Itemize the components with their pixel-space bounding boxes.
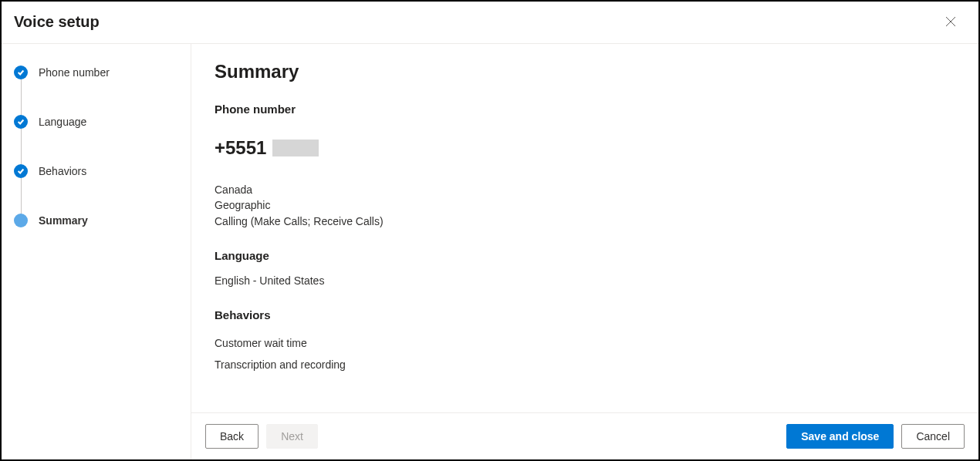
footer-right-buttons: Save and close Cancel [786,424,965,449]
step-label: Language [39,116,86,128]
back-button[interactable]: Back [205,424,259,449]
phone-capabilities: Calling (Make Calls; Receive Calls) [215,214,955,229]
language-value: English - United States [215,273,955,288]
footer-left-buttons: Back Next [205,424,318,449]
dialog-header: Voice setup [2,2,978,44]
step-marker-current [14,214,28,227]
step-connector [21,79,22,116]
step-summary[interactable]: Summary [14,214,191,227]
step-label: Summary [39,214,88,227]
step-language[interactable]: Language [14,115,191,164]
step-behaviors[interactable]: Behaviors [14,164,191,214]
step-marker-completed [14,164,28,178]
page-heading: Summary [215,61,955,82]
wizard-footer: Back Next Save and close Cancel [191,412,978,459]
next-button: Next [266,424,318,449]
checkmark-icon [17,118,25,126]
summary-content: Summary Phone number +5551 Canada Geogra… [191,44,978,412]
phone-number-prefix: +5551 [215,137,266,159]
checkmark-icon [17,167,25,175]
section-heading-phone: Phone number [215,103,955,116]
step-connector [21,129,22,166]
section-heading-behaviors: Behaviors [215,308,955,321]
step-marker-completed [14,115,28,129]
phone-number-row: +5551 [215,137,955,159]
main-panel: Summary Phone number +5551 Canada Geogra… [191,44,978,459]
behavior-item: Customer wait time [215,332,955,354]
step-connector [21,178,22,215]
step-label: Behaviors [39,165,86,177]
dialog-title: Voice setup [14,13,100,31]
step-phone-number[interactable]: Phone number [14,66,191,115]
phone-type: Geographic [215,197,955,213]
save-and-close-button[interactable]: Save and close [786,424,894,449]
phone-number-redacted [272,140,319,156]
step-label: Phone number [39,66,110,79]
step-marker-completed [14,66,28,79]
checkmark-icon [17,69,25,76]
wizard-steps-sidebar: Phone number Language Behaviors Summa [2,44,191,459]
dialog-body: Phone number Language Behaviors Summa [2,44,978,459]
close-icon [945,15,957,28]
phone-country: Canada [215,182,955,197]
voice-setup-dialog: Voice setup Phone number Language [0,0,980,461]
cancel-button[interactable]: Cancel [901,424,965,449]
behavior-item: Transcription and recording [215,354,955,375]
close-button[interactable] [938,9,963,34]
section-heading-language: Language [215,249,955,262]
